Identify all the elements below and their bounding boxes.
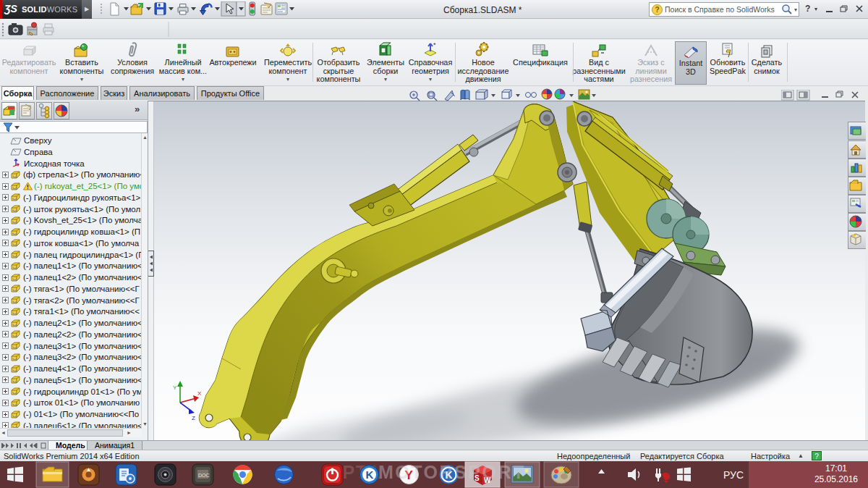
svg-text:Z: Z bbox=[192, 415, 195, 421]
svg-text:K: K bbox=[366, 468, 374, 481]
svg-text:DOC: DOC bbox=[198, 473, 210, 478]
svg-text:РУС: РУС bbox=[723, 469, 744, 481]
svg-text:Y: Y bbox=[173, 384, 177, 391]
svg-text:*: * bbox=[433, 41, 436, 49]
svg-text:X: X bbox=[197, 390, 202, 397]
svg-text:?: ? bbox=[655, 6, 660, 14]
